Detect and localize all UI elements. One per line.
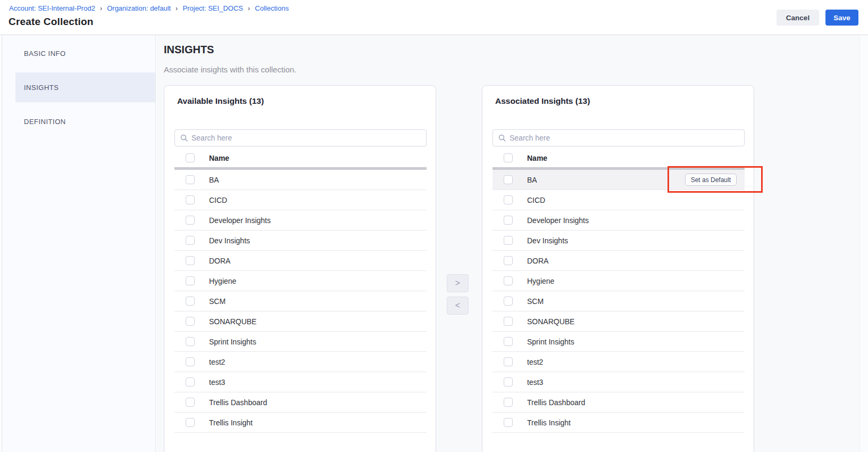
- row-checkbox[interactable]: [186, 256, 195, 265]
- row-checkbox[interactable]: [186, 297, 195, 306]
- breadcrumb: Account: SEI-Internal-Prod2›Organization…: [9, 4, 289, 12]
- table-row[interactable]: Sprint Insights: [174, 332, 427, 352]
- available-insights-panel: Available Insights (13) Name BACICDDevel…: [164, 85, 436, 452]
- row-checkbox[interactable]: [504, 175, 513, 184]
- table-row[interactable]: Hygiene: [174, 271, 427, 291]
- main-content: INSIGHTS Associate insights with this co…: [156, 35, 868, 452]
- row-checkbox[interactable]: [186, 195, 195, 204]
- table-row[interactable]: SCM: [493, 291, 745, 311]
- row-label: Trellis Insight: [527, 418, 571, 427]
- row-label: SCM: [209, 297, 226, 306]
- available-search-input[interactable]: [191, 134, 421, 142]
- row-label: CICD: [209, 196, 227, 204]
- section-heading: INSIGHTS: [164, 44, 214, 56]
- table-row[interactable]: Trellis Insight: [174, 413, 427, 433]
- name-column-header: Name: [527, 154, 547, 162]
- row-checkbox[interactable]: [186, 377, 195, 387]
- available-panel-title: Available Insights (13): [177, 96, 264, 106]
- row-checkbox[interactable]: [186, 337, 195, 346]
- table-row[interactable]: Hygiene: [493, 271, 745, 291]
- search-icon: [180, 134, 188, 142]
- row-checkbox[interactable]: [504, 357, 513, 366]
- table-row[interactable]: Dev Insights: [493, 231, 745, 251]
- search-icon: [498, 134, 506, 142]
- row-label: test3: [527, 378, 543, 387]
- row-checkbox[interactable]: [504, 276, 513, 285]
- row-checkbox[interactable]: [186, 236, 195, 245]
- associated-search-box: [493, 129, 745, 146]
- select-all-checkbox[interactable]: [504, 153, 513, 162]
- row-checkbox[interactable]: [504, 297, 513, 306]
- name-column-header: Name: [209, 154, 229, 162]
- row-checkbox[interactable]: [504, 377, 513, 387]
- table-row[interactable]: BASet as Default: [493, 170, 745, 190]
- row-checkbox[interactable]: [504, 216, 513, 225]
- row-checkbox[interactable]: [186, 418, 195, 427]
- row-checkbox[interactable]: [504, 317, 513, 326]
- table-row[interactable]: test2: [174, 352, 427, 372]
- row-checkbox[interactable]: [186, 175, 195, 184]
- associated-search-input[interactable]: [510, 134, 739, 142]
- table-row[interactable]: CICD: [493, 190, 745, 210]
- table-row[interactable]: BA: [174, 170, 427, 190]
- table-row[interactable]: CICD: [174, 190, 427, 210]
- table-row[interactable]: Trellis Dashboard: [174, 392, 427, 413]
- row-label: SCM: [527, 297, 544, 306]
- row-label: SONARQUBE: [527, 317, 574, 326]
- table-row[interactable]: Dev Insights: [174, 231, 427, 251]
- breadcrumb-link[interactable]: Project: SEI_DOCS: [183, 4, 243, 12]
- table-row[interactable]: Trellis Insight: [493, 413, 745, 433]
- row-label: Hygiene: [209, 277, 236, 285]
- cancel-button[interactable]: Cancel: [777, 10, 819, 26]
- breadcrumb-chevron-icon: ›: [248, 4, 250, 13]
- row-label: Hygiene: [527, 277, 554, 285]
- set-as-default-button[interactable]: Set as Default: [685, 174, 737, 186]
- row-label: Developer Insights: [527, 216, 589, 225]
- sidebar-item-definition[interactable]: DEFINITION: [15, 106, 155, 136]
- breadcrumb-link[interactable]: Account: SEI-Internal-Prod2: [9, 4, 95, 12]
- associated-insights-panel: Associated Insights (13) Name BASet as D…: [482, 85, 754, 452]
- row-label: BA: [527, 176, 537, 184]
- row-label: test3: [209, 378, 225, 387]
- row-checkbox[interactable]: [504, 418, 513, 427]
- row-checkbox[interactable]: [186, 357, 195, 366]
- sidebar: BASIC INFOINSIGHTSDEFINITION: [2, 35, 156, 452]
- table-row[interactable]: test3: [174, 372, 427, 392]
- available-search-box: [174, 129, 427, 146]
- row-checkbox[interactable]: [186, 398, 195, 407]
- table-row[interactable]: test3: [493, 372, 745, 392]
- table-row[interactable]: DORA: [493, 251, 745, 271]
- breadcrumb-link[interactable]: Organization: default: [107, 4, 171, 12]
- table-row[interactable]: SONARQUBE: [493, 311, 745, 332]
- move-left-button[interactable]: <: [447, 297, 469, 315]
- row-checkbox[interactable]: [504, 337, 513, 346]
- row-checkbox[interactable]: [504, 256, 513, 265]
- select-all-checkbox[interactable]: [186, 153, 195, 162]
- table-row[interactable]: Sprint Insights: [493, 332, 745, 352]
- breadcrumb-link[interactable]: Collections: [255, 4, 289, 12]
- table-row[interactable]: SONARQUBE: [174, 311, 427, 332]
- row-label: Trellis Dashboard: [209, 398, 267, 407]
- table-row[interactable]: Developer Insights: [493, 210, 745, 231]
- row-checkbox[interactable]: [186, 317, 195, 326]
- row-checkbox[interactable]: [186, 216, 195, 225]
- available-table-header: Name: [174, 149, 427, 167]
- table-row[interactable]: SCM: [174, 291, 427, 311]
- sidebar-item-insights[interactable]: INSIGHTS: [15, 72, 155, 102]
- row-label: DORA: [209, 257, 230, 265]
- associated-rows: BASet as DefaultCICDDeveloper InsightsDe…: [493, 170, 745, 433]
- move-right-button[interactable]: >: [447, 274, 469, 292]
- table-row[interactable]: DORA: [174, 251, 427, 271]
- row-checkbox[interactable]: [504, 236, 513, 245]
- sidebar-item-basic-info[interactable]: BASIC INFO: [15, 38, 155, 68]
- row-checkbox[interactable]: [504, 398, 513, 407]
- sidebar-nav: BASIC INFOINSIGHTSDEFINITION: [2, 38, 155, 136]
- save-button[interactable]: Save: [825, 10, 858, 26]
- row-checkbox[interactable]: [186, 276, 195, 285]
- row-checkbox[interactable]: [504, 195, 513, 204]
- scrollbar-gutter: [859, 35, 868, 452]
- table-row[interactable]: Trellis Dashboard: [493, 392, 745, 413]
- section-subtitle: Associate insights with this collection.: [164, 65, 296, 74]
- table-row[interactable]: Developer Insights: [174, 210, 427, 231]
- table-row[interactable]: test2: [493, 352, 745, 372]
